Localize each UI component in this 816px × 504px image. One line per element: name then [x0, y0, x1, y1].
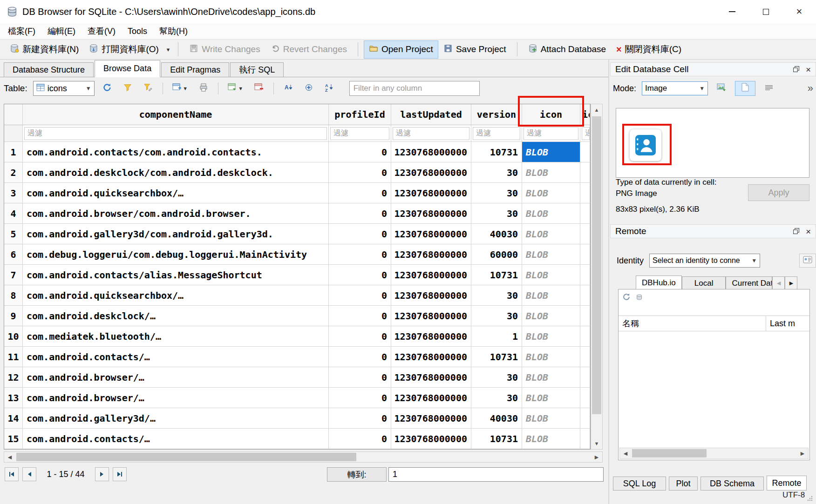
cell-lastUpdated[interactable]: 1230768000000 [391, 306, 471, 326]
cell-lastUpdated[interactable]: 1230768000000 [391, 326, 471, 347]
filter-field-icon[interactable]: 過濾 [524, 127, 578, 140]
cell-version[interactable]: 10731 [471, 347, 522, 367]
cell-version[interactable]: 60000 [471, 244, 522, 265]
resize-grip[interactable] [807, 494, 813, 504]
float-panel-icon[interactable] [793, 226, 799, 236]
cell-partial[interactable] [580, 203, 590, 224]
close-database-button[interactable]: × 關閉資料庫(C) [611, 40, 687, 59]
jump-to-record-button[interactable] [301, 81, 317, 96]
cell-version[interactable]: 30 [471, 162, 522, 183]
overflow-chevron-icon[interactable]: » [808, 82, 816, 94]
row-number[interactable]: 5 [4, 224, 23, 244]
goto-input[interactable] [388, 467, 604, 482]
menu-view[interactable]: 查看(V) [82, 24, 122, 39]
row-number[interactable]: 8 [4, 285, 23, 306]
close-panel-icon[interactable]: × [806, 227, 811, 236]
remote-clone-button[interactable] [635, 293, 644, 303]
cell-componentName[interactable]: com.android.browser/com.android.browser. [23, 203, 329, 224]
cell-version[interactable]: 40030 [471, 408, 522, 429]
import-data-button[interactable] [714, 81, 729, 95]
goto-button[interactable]: 轉到: [327, 467, 387, 482]
cell-partial[interactable] [580, 162, 590, 183]
new-record-button[interactable]: ▼ [170, 81, 191, 96]
cell-lastUpdated[interactable]: 1230768000000 [391, 429, 471, 449]
cell-profileId[interactable]: 0 [329, 162, 391, 183]
filter-input[interactable] [349, 81, 480, 96]
menu-edit[interactable]: 編輯(E) [41, 24, 82, 39]
close-panel-icon[interactable]: × [806, 65, 811, 74]
cell-profileId[interactable]: 0 [329, 408, 391, 429]
tab-database-structure[interactable]: Database Structure [4, 62, 94, 77]
dock-tab-sql-log[interactable]: SQL Log [613, 477, 666, 491]
last-page-button[interactable] [113, 467, 127, 481]
column-header-componentName[interactable]: componentName [23, 104, 329, 125]
cell-version[interactable]: 30 [471, 306, 522, 326]
cell-icon[interactable]: BLOB [522, 408, 580, 429]
row-number[interactable]: 4 [4, 203, 23, 224]
tab-browse-data[interactable]: Browse Data [95, 60, 160, 77]
previous-page-button[interactable] [22, 467, 36, 481]
cell-version[interactable]: 40030 [471, 224, 522, 244]
close-button[interactable]: × [782, 0, 816, 23]
tab-scroll-left-button[interactable]: ◀ [772, 276, 785, 289]
open-database-button[interactable]: 打開資料庫(O) [84, 40, 163, 59]
cell-icon[interactable]: BLOB [522, 162, 580, 183]
remote-refresh-button[interactable] [622, 293, 631, 303]
text-mode-button[interactable] [735, 81, 755, 96]
filter-field-lastUpdated[interactable]: 過濾 [393, 127, 469, 140]
minimize-button[interactable] [715, 0, 749, 23]
tab-edit-pragmas[interactable]: Edit Pragmas [161, 62, 229, 77]
cell-componentName[interactable]: com.android.contacts/com.android.contact… [23, 142, 329, 162]
remote-tab-dbhub[interactable]: DBHub.io [636, 276, 682, 289]
cell-profileId[interactable]: 0 [329, 326, 391, 347]
cell-lastUpdated[interactable]: 1230768000000 [391, 162, 471, 183]
cell-icon[interactable]: BLOB [522, 265, 580, 285]
tab-execute-sql[interactable]: 執行 SQL [230, 62, 284, 77]
cell-lastUpdated[interactable]: 1230768000000 [391, 203, 471, 224]
cell-profileId[interactable]: 0 [329, 285, 391, 306]
row-number[interactable]: 3 [4, 183, 23, 203]
menu-file[interactable]: 檔案(F) [2, 24, 41, 39]
maximize-button[interactable] [749, 0, 782, 23]
row-number[interactable]: 2 [4, 162, 23, 183]
cell-icon[interactable]: BLOB [522, 347, 580, 367]
cell-profileId[interactable]: 0 [329, 224, 391, 244]
filter-field-version[interactable]: 過濾 [473, 127, 520, 140]
cell-componentName[interactable]: com.android.quicksearchbox/… [23, 285, 329, 306]
column-header-icon[interactable]: icon [522, 104, 580, 125]
new-database-button[interactable]: 新建資料庫(N) [5, 40, 84, 59]
cell-icon[interactable]: BLOB [522, 203, 580, 224]
cell-version[interactable]: 30 [471, 183, 522, 203]
cell-lastUpdated[interactable]: 1230768000000 [391, 388, 471, 408]
cell-partial[interactable] [580, 306, 590, 326]
cell-profileId[interactable]: 0 [329, 142, 391, 162]
cell-componentName[interactable]: com.android.contacts/alias.MessageShortc… [23, 265, 329, 285]
row-number[interactable]: 9 [4, 306, 23, 326]
column-header-lastUpdated[interactable]: lastUpdated [391, 104, 471, 125]
cell-componentName[interactable]: com.android.deskclock/com.android.deskcl… [23, 162, 329, 183]
cell-profileId[interactable]: 0 [329, 244, 391, 265]
cell-profileId[interactable]: 0 [329, 367, 391, 388]
remote-column-last-modified[interactable]: Last m [766, 319, 795, 329]
horizontal-scrollbar[interactable]: ◀ ▶ [4, 451, 603, 463]
mode-selector[interactable]: Image ▼ [642, 81, 708, 95]
cell-profileId[interactable]: 0 [329, 203, 391, 224]
row-number[interactable]: 1 [4, 142, 23, 162]
cell-icon[interactable]: BLOB [522, 367, 580, 388]
cell-componentName[interactable]: com.mediatek.bluetooth/… [23, 326, 329, 347]
cell-icon[interactable]: BLOB [522, 224, 580, 244]
cell-partial[interactable] [580, 142, 590, 162]
identity-selector[interactable]: Select an identity to conne ▼ [649, 254, 760, 268]
scroll-down-arrow[interactable]: ▼ [591, 438, 602, 449]
vertical-scrollbar-thumb[interactable] [592, 116, 601, 414]
cell-profileId[interactable]: 0 [329, 183, 391, 203]
cell-lastUpdated[interactable]: 1230768000000 [391, 183, 471, 203]
apply-button[interactable]: Apply [748, 184, 809, 201]
cell-icon[interactable]: BLOB [522, 306, 580, 326]
cell-version[interactable]: 10731 [471, 265, 522, 285]
save-project-button[interactable]: Save Project [438, 40, 511, 59]
attach-database-button[interactable]: Attach Database [523, 40, 611, 59]
dock-tab-plot[interactable]: Plot [669, 477, 698, 491]
cell-version[interactable]: 30 [471, 367, 522, 388]
float-panel-icon[interactable] [793, 64, 799, 74]
